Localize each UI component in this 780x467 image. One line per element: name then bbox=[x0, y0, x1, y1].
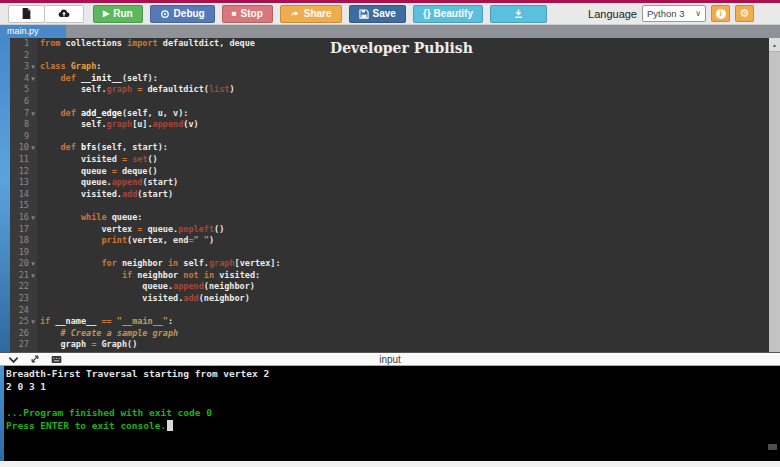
gutter-line: 8 bbox=[10, 119, 37, 131]
line-number: 5 bbox=[24, 84, 29, 96]
beautify-button[interactable]: {} Beautify bbox=[413, 5, 483, 23]
scroll-up-button[interactable]: ▲ bbox=[769, 38, 780, 52]
gutter-line: 20▾ bbox=[10, 258, 37, 270]
save-button[interactable]: Save bbox=[349, 5, 406, 23]
console-line: Press ENTER to exit console. bbox=[6, 419, 780, 432]
fold-marker-icon[interactable]: ▾ bbox=[29, 108, 37, 120]
editor-scrollbar[interactable]: ▲ bbox=[769, 38, 780, 352]
gutter-line: 21▾ bbox=[10, 270, 37, 282]
code-line[interactable] bbox=[40, 247, 769, 259]
toolbar: ▶ Run Debug ■ Stop Share Save {} Beauti bbox=[0, 3, 780, 25]
info-button[interactable]: i bbox=[711, 5, 730, 22]
file-button-group bbox=[8, 5, 84, 23]
line-number: 8 bbox=[24, 119, 29, 131]
code-line[interactable]: vertex = queue.popleft() bbox=[40, 224, 769, 236]
gutter-line: 1 bbox=[10, 38, 37, 50]
code-line[interactable]: def bfs(self, start): bbox=[40, 142, 769, 154]
code-line[interactable]: # Create a sample graph bbox=[40, 328, 769, 340]
gutter-line: 13 bbox=[10, 177, 37, 189]
stop-button-label: Stop bbox=[241, 8, 263, 19]
code-line[interactable]: graph = Graph() bbox=[40, 339, 769, 351]
gutter-line: 19 bbox=[10, 247, 37, 259]
play-icon: ▶ bbox=[103, 10, 109, 18]
line-number: 9 bbox=[24, 131, 29, 143]
line-number: 21 bbox=[19, 270, 29, 282]
tab-main-py[interactable]: main.py bbox=[0, 25, 66, 38]
code-line[interactable]: def __init__(self): bbox=[40, 73, 769, 85]
line-number: 18 bbox=[19, 235, 29, 247]
gutter-line: 9 bbox=[10, 131, 37, 143]
new-file-button[interactable] bbox=[8, 5, 45, 23]
code-line[interactable]: visited.add(start) bbox=[40, 189, 769, 201]
save-button-label: Save bbox=[373, 8, 396, 19]
editor-code[interactable]: from collections import defaultdict, deq… bbox=[37, 38, 769, 352]
bottom-strip bbox=[0, 461, 780, 467]
code-line[interactable]: queue.append(start) bbox=[40, 177, 769, 189]
debug-button[interactable]: Debug bbox=[150, 5, 215, 23]
console-left-margin bbox=[0, 366, 4, 461]
fold-marker-icon[interactable]: ▾ bbox=[29, 212, 37, 224]
fold-marker-icon[interactable]: ▾ bbox=[29, 316, 37, 328]
code-line[interactable]: self.graph[u].append(v) bbox=[40, 119, 769, 131]
code-line[interactable]: print(vertex, end=" ") bbox=[40, 235, 769, 247]
console-toolbar: input bbox=[0, 352, 780, 366]
gutter-line: 6 bbox=[10, 96, 37, 108]
new-file-icon bbox=[22, 8, 31, 19]
fold-marker-icon[interactable]: ▾ bbox=[29, 142, 37, 154]
gutter-line: 16▾ bbox=[10, 212, 37, 224]
debug-icon bbox=[160, 9, 170, 19]
console-resize-grip[interactable] bbox=[768, 436, 777, 454]
download-icon bbox=[513, 8, 524, 19]
settings-button[interactable]: ⚙ bbox=[735, 5, 754, 22]
share-button-label: Share bbox=[304, 8, 332, 19]
console-line: Breadth-First Traversal starting from ve… bbox=[6, 367, 780, 380]
upload-button[interactable] bbox=[45, 5, 84, 23]
line-number: 27 bbox=[19, 339, 29, 351]
line-number: 1 bbox=[24, 38, 29, 50]
code-line[interactable]: def add_edge(self, u, v): bbox=[40, 108, 769, 120]
stop-icon: ■ bbox=[232, 10, 237, 18]
gutter-line: 26 bbox=[10, 328, 37, 340]
run-button[interactable]: ▶ Run bbox=[93, 5, 143, 23]
gutter-line: 24 bbox=[10, 305, 37, 317]
gutter-line: 18 bbox=[10, 235, 37, 247]
gutter-line: 7▾ bbox=[10, 108, 37, 120]
line-number: 2 bbox=[24, 50, 29, 62]
save-icon bbox=[359, 9, 369, 19]
code-line[interactable]: queue.append(neighbor) bbox=[40, 281, 769, 293]
stop-button[interactable]: ■ Stop bbox=[222, 5, 273, 23]
console-output[interactable]: Breadth-First Traversal starting from ve… bbox=[0, 366, 780, 461]
gutter-line: 3▾ bbox=[10, 61, 37, 73]
code-line[interactable]: for neighbor in self.graph[vertex]: bbox=[40, 258, 769, 270]
code-line[interactable]: visited = set() bbox=[40, 154, 769, 166]
code-line[interactable]: queue = deque() bbox=[40, 166, 769, 178]
fold-marker-icon[interactable]: ▾ bbox=[29, 258, 37, 270]
code-line[interactable] bbox=[40, 96, 769, 108]
code-editor[interactable]: 123▾4▾567▾8910▾111213141516▾17181920▾21▾… bbox=[0, 38, 780, 352]
line-number: 23 bbox=[19, 293, 29, 305]
line-number: 15 bbox=[19, 200, 29, 212]
fold-marker-icon[interactable]: ▾ bbox=[29, 61, 37, 73]
code-line[interactable] bbox=[40, 305, 769, 317]
code-line[interactable]: if __name__ == "__main__": bbox=[40, 316, 769, 328]
terminal-cursor bbox=[167, 420, 173, 431]
code-line[interactable]: while queue: bbox=[40, 212, 769, 224]
download-button[interactable] bbox=[490, 5, 547, 23]
console-lines: Breadth-First Traversal starting from ve… bbox=[6, 367, 780, 432]
code-line[interactable]: class Graph: bbox=[40, 61, 769, 73]
gutter-line: 23 bbox=[10, 293, 37, 305]
gutter-line: 12 bbox=[10, 166, 37, 178]
fold-marker-icon[interactable]: ▾ bbox=[29, 73, 37, 85]
fold-marker-icon[interactable]: ▾ bbox=[29, 270, 37, 282]
language-group: Language Python 3 ∨ i ⚙ bbox=[588, 5, 754, 22]
debug-button-label: Debug bbox=[174, 8, 205, 19]
code-line[interactable]: self.graph = defaultdict(list) bbox=[40, 84, 769, 96]
code-line[interactable] bbox=[40, 131, 769, 143]
code-line[interactable]: if neighbor not in visited: bbox=[40, 270, 769, 282]
line-number: 14 bbox=[19, 189, 29, 201]
line-number: 20 bbox=[19, 258, 29, 270]
code-line[interactable] bbox=[40, 200, 769, 212]
share-button[interactable]: Share bbox=[280, 5, 342, 23]
code-line[interactable]: visited.add(neighbor) bbox=[40, 293, 769, 305]
language-select[interactable]: Python 3 ∨ bbox=[642, 5, 706, 22]
